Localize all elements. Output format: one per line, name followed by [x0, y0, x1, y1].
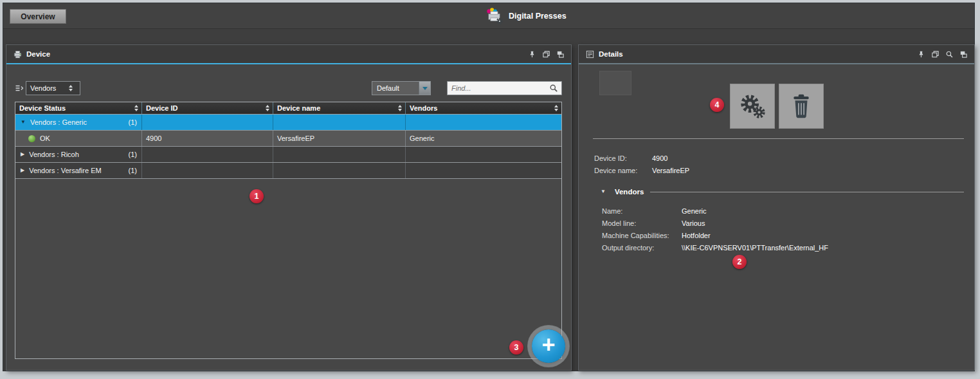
pin-icon[interactable]	[917, 50, 925, 59]
field-value: Hotfolder	[682, 232, 711, 239]
table-row-group-generic[interactable]: ▼ Vendors : Generic (1)	[15, 115, 561, 131]
cell-device-id: 4900	[142, 131, 273, 146]
page-title: Digital Presses	[509, 12, 567, 21]
field-value: \\KIE-C6VPNSERV01\PTTransfer\External_HF	[682, 244, 828, 252]
plus-icon: +	[541, 333, 555, 356]
expand-closed-icon[interactable]: ▶	[21, 152, 24, 157]
details-panel-header: Details	[579, 45, 974, 64]
details-panel-title: Details	[599, 50, 623, 58]
details-form-icon	[585, 50, 595, 59]
group-label: Vendors : Generic	[30, 118, 87, 126]
chevron-down-icon[interactable]	[419, 82, 430, 95]
field-value: 4900	[652, 154, 667, 162]
gears-icon	[738, 91, 767, 121]
restore-window-icon[interactable]	[931, 50, 939, 59]
column-label: Device Status	[19, 104, 66, 112]
preset-selector[interactable]: Default	[372, 81, 431, 95]
app-window: Overview Digital Presses	[3, 3, 975, 371]
status-text: OK	[40, 134, 50, 142]
device-panel-controls	[528, 50, 565, 59]
vendors-section-title: Vendors	[615, 188, 644, 196]
restore-window-icon[interactable]	[542, 50, 550, 59]
cell-device-name: VersafireEP	[273, 131, 406, 146]
group-count: (1)	[129, 167, 137, 174]
sort-arrows-icon	[134, 105, 138, 111]
vendors-section-header[interactable]: ▼ Vendors	[601, 188, 964, 196]
sort-arrows-icon	[554, 105, 558, 111]
details-panel-controls	[917, 50, 968, 59]
expand-open-icon[interactable]: ▼	[601, 189, 606, 194]
details-panel: Details	[578, 44, 975, 371]
column-header-device-name[interactable]: Device name	[273, 102, 406, 114]
settings-button[interactable]	[730, 84, 775, 129]
device-name-field: Device name:VersafireEP	[594, 167, 689, 174]
delete-button[interactable]	[779, 84, 824, 129]
field-value: VersafireEP	[652, 167, 689, 174]
details-separator	[593, 138, 964, 139]
float-panel-icon[interactable]	[556, 50, 565, 59]
annotation-callout-3: 3	[509, 340, 523, 355]
trash-icon	[789, 93, 813, 120]
group-by-value: Vendors	[30, 84, 56, 92]
vendor-output-directory-field: Output directory:\\KIE-C6VPNSERV01\PTTra…	[602, 244, 828, 252]
digital-presses-icon	[484, 6, 504, 26]
group-count: (1)	[129, 151, 137, 158]
find-box	[447, 81, 562, 95]
annotation-callout-2: 2	[732, 255, 747, 269]
field-label: Device name:	[594, 167, 652, 174]
status-ok-icon	[28, 135, 35, 142]
vendor-model-line-field: Model line:Various	[602, 219, 705, 227]
device-panel: Device Vendors Default	[6, 44, 572, 371]
column-label: Vendors	[410, 104, 437, 112]
add-device-button[interactable]: +	[532, 329, 565, 363]
overview-button[interactable]: Overview	[10, 9, 66, 24]
printer-icon	[13, 50, 23, 59]
group-by-icon	[14, 83, 24, 96]
field-value: Generic	[682, 207, 707, 215]
column-label: Device name	[277, 104, 320, 112]
column-header-device-id[interactable]: Device ID	[142, 102, 273, 114]
annotation-callout-4: 4	[710, 98, 724, 112]
group-by-selector[interactable]: Vendors	[26, 81, 80, 95]
table-row-group-versafire-em[interactable]: ▶ Vendors : Versafire EM (1)	[15, 163, 561, 179]
group-label: Vendors : Versafire EM	[29, 167, 102, 174]
field-label: Machine Capabilities:	[602, 232, 682, 239]
field-label: Model line:	[602, 219, 682, 227]
expand-open-icon[interactable]: ▼	[21, 120, 26, 125]
cell-vendors: Generic	[406, 131, 561, 146]
vendor-machine-capabilities-field: Machine Capabilities:Hotfolder	[602, 232, 711, 239]
top-bar: Overview Digital Presses	[3, 3, 974, 29]
sort-arrows-icon	[69, 85, 73, 91]
expand-closed-icon[interactable]: ▶	[21, 168, 24, 173]
app-title-group: Digital Presses	[484, 3, 567, 29]
table-row-device-4900[interactable]: OK 4900 VersafireEP Generic	[15, 131, 561, 147]
field-label: Output directory:	[602, 244, 682, 252]
float-panel-icon[interactable]	[959, 50, 968, 59]
preset-value: Default	[377, 84, 399, 92]
field-label: Name:	[602, 207, 682, 215]
section-rule	[650, 192, 964, 192]
annotation-callout-1: 1	[250, 189, 264, 203]
group-count: (1)	[129, 118, 137, 126]
table-row-group-ricoh[interactable]: ▶ Vendors : Ricoh (1)	[15, 147, 561, 163]
column-label: Device ID	[146, 104, 178, 112]
device-preview-placeholder	[599, 71, 631, 95]
pin-icon[interactable]	[528, 50, 536, 59]
zoom-icon[interactable]	[945, 50, 954, 59]
device-id-field: Device ID:4900	[594, 154, 667, 162]
device-panel-header: Device	[6, 45, 571, 64]
vendor-name-field: Name:Generic	[602, 207, 707, 215]
sort-arrows-icon	[266, 105, 269, 111]
sort-arrows-icon	[398, 105, 402, 111]
table-header: Device Status Device ID Device name Vend…	[15, 102, 561, 115]
search-icon[interactable]	[549, 84, 558, 93]
group-label: Vendors : Ricoh	[29, 151, 79, 158]
field-label: Device ID:	[594, 154, 652, 162]
find-input[interactable]	[448, 84, 549, 92]
device-panel-title: Device	[26, 50, 50, 58]
device-table: Device Status Device ID Device name Vend…	[15, 102, 562, 359]
field-value: Various	[682, 219, 705, 227]
column-header-vendors[interactable]: Vendors	[406, 102, 561, 114]
column-header-device-status[interactable]: Device Status	[15, 102, 142, 114]
